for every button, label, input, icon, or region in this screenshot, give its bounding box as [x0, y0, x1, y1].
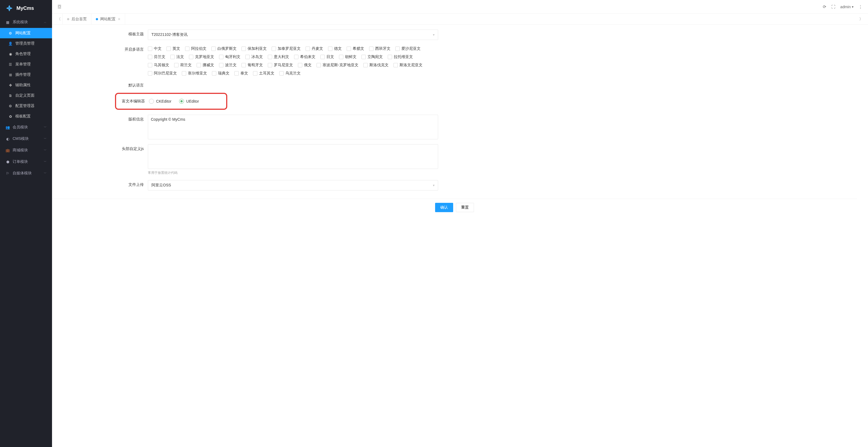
select-file-upload[interactable]: 阿里云OSS ▾	[148, 180, 438, 191]
checkbox-language[interactable]: 中文	[148, 46, 161, 51]
nav-item-menu-manage[interactable]: ☰ 菜单管理	[0, 59, 52, 69]
checkbox-language[interactable]: 荷兰文	[174, 63, 192, 68]
plus-square-icon: ⊞	[8, 73, 12, 77]
checkbox-icon	[298, 63, 302, 67]
checkbox-language[interactable]: 挪威文	[196, 63, 214, 68]
checkbox-icon	[363, 63, 368, 67]
checkbox-language[interactable]: 加泰罗尼亚文	[272, 46, 301, 51]
checkbox-language[interactable]: 法文	[170, 55, 184, 59]
checkbox-language[interactable]: 朝鲜文	[339, 55, 356, 59]
checkbox-icon	[174, 63, 179, 67]
checkbox-icon	[268, 55, 272, 59]
checkbox-language[interactable]: 德文	[328, 46, 342, 51]
checkbox-language[interactable]: 西班牙文	[369, 46, 391, 51]
nav-item-admin-manage[interactable]: 👤 管理员管理	[0, 38, 52, 49]
flag-icon: ⚐	[5, 171, 10, 175]
checkbox-language[interactable]: 克罗地亚文	[189, 55, 214, 59]
checkbox-icon	[316, 63, 321, 67]
nav-group-cms[interactable]: ◐ CMS模块 ﹀	[0, 133, 52, 145]
checkbox-language[interactable]: 白俄罗斯文	[211, 46, 237, 51]
nav-item-custom-page[interactable]: 🗎 自定义页面	[0, 90, 52, 101]
nav-item-aux-attr[interactable]: ✥ 辅助属性	[0, 80, 52, 90]
tab-prev[interactable]: 〈	[55, 17, 62, 22]
checkbox-language[interactable]: 葡萄牙文	[242, 63, 263, 68]
checkbox-language[interactable]: 阿尔巴尼亚文	[148, 71, 177, 76]
nav-group-media[interactable]: ⚐ 自媒体模块 ﹀	[0, 167, 52, 179]
radio-ckeditor[interactable]: CKEditor	[149, 99, 172, 104]
select-template-theme[interactable]: T20221102-博客资讯 ▾	[148, 30, 438, 40]
nav-group-order[interactable]: ⬢ 订单模块 ﹀	[0, 156, 52, 167]
gear-icon: ✿	[8, 115, 12, 119]
checkbox-language[interactable]: 斯洛文尼亚文	[394, 63, 423, 68]
checkbox-language[interactable]: 立陶宛文	[362, 55, 383, 59]
textarea-head-js[interactable]	[148, 144, 438, 169]
sidebar-toggle[interactable]: ☲	[58, 4, 61, 9]
checkbox-icon	[185, 46, 189, 51]
checkbox-language[interactable]: 瑞典文	[212, 71, 229, 76]
checkbox-language[interactable]: 泰文	[235, 71, 248, 76]
checkbox-language[interactable]: 拉托维亚文	[388, 55, 413, 59]
label-file-upload: 文件上传	[52, 180, 148, 187]
checkbox-language[interactable]: 保加利亚文	[242, 46, 267, 51]
nav-item-role-manage[interactable]: ◉ 角色管理	[0, 49, 52, 59]
checkbox-language[interactable]: 马其顿文	[148, 63, 169, 68]
checkbox-icon	[189, 55, 193, 59]
checkbox-language[interactable]: 希伯来文	[294, 55, 315, 59]
checkbox-icon	[211, 46, 216, 51]
refresh-icon[interactable]: ⟳	[823, 4, 826, 9]
radio-ueditor[interactable]: UEditor	[179, 99, 199, 104]
reset-button[interactable]: 重置	[456, 203, 474, 212]
nav-group-shop[interactable]: 💼 商城模块 ﹀	[0, 145, 52, 156]
nav-group-system[interactable]: ▦ 系统模块 ︿	[0, 17, 52, 28]
nav-item-config-manager[interactable]: ⚙ 配置管理器	[0, 101, 52, 111]
checkbox-language[interactable]: 日文	[320, 55, 334, 59]
nav-item-template-config[interactable]: ✿ 模板配置	[0, 111, 52, 122]
textarea-copyright[interactable]: Copyright © MyCms	[148, 115, 438, 139]
checkbox-icon	[320, 55, 325, 59]
close-icon[interactable]: ✕	[118, 17, 121, 21]
label-default-lang: 默认语言	[52, 81, 148, 88]
checkbox-language[interactable]: 俄文	[298, 63, 312, 68]
gear-icon: ⚙	[8, 31, 12, 35]
logo[interactable]: MyCms	[0, 0, 52, 17]
fullscreen-icon[interactable]: ⛶	[831, 4, 835, 9]
checkbox-language[interactable]: 英文	[166, 46, 180, 51]
checkbox-language[interactable]: 意大利文	[268, 55, 289, 59]
checkbox-language[interactable]: 罗马尼亚文	[268, 63, 293, 68]
checkbox-language[interactable]: 阿拉伯文	[185, 46, 207, 51]
checkbox-language[interactable]: 芬兰文	[148, 55, 165, 59]
checkbox-icon	[182, 71, 186, 75]
label-rich-editor: 富文本编辑器	[120, 99, 149, 104]
more-icon[interactable]: ⋮	[859, 4, 863, 9]
content: 模板主题 T20221102-博客资讯 ▾ 开启多语言 中文英文阿拉伯文白俄罗斯…	[52, 25, 868, 447]
help-head-js: 常用于放置统计代码	[148, 170, 438, 175]
checkbox-language[interactable]: 塞尔维亚文	[182, 71, 207, 76]
checkbox-icon	[272, 46, 276, 51]
checkbox-language[interactable]: 波兰文	[219, 63, 237, 68]
checkbox-language[interactable]: 爱沙尼亚文	[395, 46, 421, 51]
checkbox-language[interactable]: 希腊文	[347, 46, 364, 51]
checkbox-language[interactable]: 匈牙利文	[219, 55, 240, 59]
checkbox-icon	[339, 55, 343, 59]
checkbox-language[interactable]: 丹麦文	[306, 46, 323, 51]
nav-group-member[interactable]: 👥 会员模块 ﹀	[0, 122, 52, 133]
checkbox-language[interactable]: 乌克兰文	[279, 71, 301, 76]
tab-site-config[interactable]: 网站配置 ✕	[91, 14, 125, 24]
brand-name: MyCms	[17, 5, 34, 11]
user-dropdown[interactable]: admin ▾	[840, 5, 854, 9]
users-icon: 👥	[5, 125, 10, 129]
checkbox-icon	[294, 55, 299, 59]
nav-item-plugin-manage[interactable]: ⊞ 插件管理	[0, 69, 52, 80]
tab-home[interactable]: 后台首页	[62, 14, 91, 24]
checkbox-icon	[196, 63, 201, 67]
checkbox-icon	[328, 46, 333, 51]
checkbox-language[interactable]: 冰岛文	[245, 55, 263, 59]
checkbox-language[interactable]: 斯洛伐克文	[363, 63, 389, 68]
caret-down-icon: ▾	[433, 33, 435, 37]
tab-next[interactable]: 〉	[858, 17, 865, 22]
checkbox-icon	[148, 55, 152, 59]
confirm-button[interactable]: 确认	[435, 203, 453, 212]
checkbox-language[interactable]: 土耳其文	[253, 71, 274, 76]
nav-item-site-config[interactable]: ⚙ 网站配置	[0, 28, 52, 38]
checkbox-language[interactable]: 塞波尼斯-克罗地亚文	[316, 63, 359, 68]
